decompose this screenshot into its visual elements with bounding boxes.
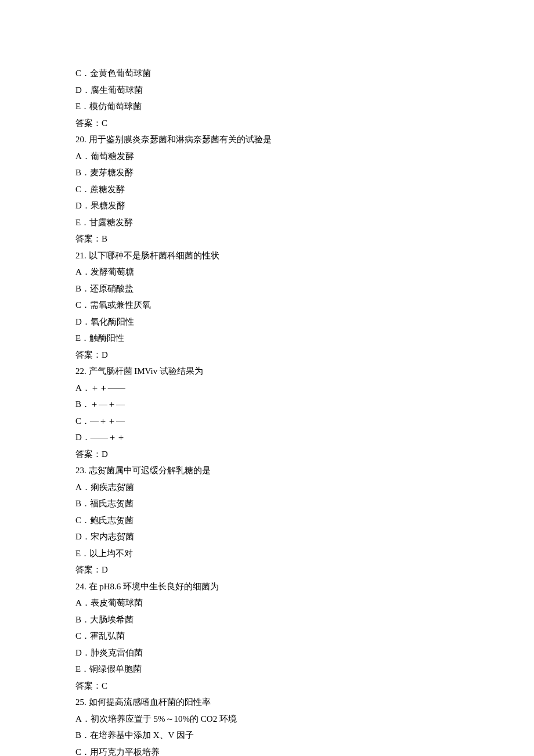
text-line: E．模仿葡萄球菌 bbox=[75, 98, 459, 115]
document-page: C．金黄色葡萄球菌 D．腐生葡萄球菌 E．模仿葡萄球菌 答案：C 20. 用于鉴… bbox=[0, 0, 534, 756]
text-line: B．在培养基中添加 X、V 因子 bbox=[75, 727, 459, 744]
question-line: 20. 用于鉴别膜炎奈瑟菌和淋病奈瑟菌有关的试验是 bbox=[75, 131, 459, 148]
text-line: C．用巧克力平板培养 bbox=[75, 744, 459, 757]
text-line: D．氧化酶阳性 bbox=[75, 314, 459, 330]
text-line: D．――＋＋ bbox=[75, 429, 459, 446]
text-line: A．痢疾志贺菌 bbox=[75, 479, 459, 496]
answer-line: 答案：C bbox=[75, 678, 459, 694]
text-line: A．葡萄糖发酵 bbox=[75, 148, 459, 165]
question-line: 24. 在 pH8.6 环境中生长良好的细菌为 bbox=[75, 578, 459, 595]
text-line: E．铜绿假单胞菌 bbox=[75, 661, 459, 678]
text-line: A．＋＋―― bbox=[75, 380, 459, 397]
question-line: 21. 以下哪种不是肠杆菌科细菌的性状 bbox=[75, 247, 459, 264]
question-line: 25. 如何提高流感嗜血杆菌的阳性率 bbox=[75, 694, 459, 711]
text-line: D．宋内志贺菌 bbox=[75, 528, 459, 545]
answer-line: 答案：B bbox=[75, 231, 459, 247]
text-line: A．发酵葡萄糖 bbox=[75, 264, 459, 280]
text-line: E．触酶阳性 bbox=[75, 330, 459, 347]
text-line: C．―＋＋― bbox=[75, 413, 459, 430]
text-line: C．蔗糖发酵 bbox=[75, 181, 459, 198]
question-line: 22. 产气肠杆菌 IMViv 试验结果为 bbox=[75, 363, 459, 380]
text-line: D．果糖发酵 bbox=[75, 197, 459, 214]
text-line: B．大肠埃希菌 bbox=[75, 611, 459, 628]
question-line: 23. 志贺菌属中可迟缓分解乳糖的是 bbox=[75, 462, 459, 479]
text-line: D．腐生葡萄球菌 bbox=[75, 82, 459, 99]
answer-line: 答案：D bbox=[75, 347, 459, 363]
text-line: C．霍乱弘菌 bbox=[75, 628, 459, 645]
text-line: B．＋―＋― bbox=[75, 396, 459, 413]
text-line: A．初次培养应置于 5%～10%的 CO2 环境 bbox=[75, 711, 459, 728]
answer-line: 答案：D bbox=[75, 561, 459, 578]
text-line: C．金黄色葡萄球菌 bbox=[75, 65, 459, 82]
text-line: B．麦芽糖发酵 bbox=[75, 164, 459, 181]
text-line: E．甘露糖发酵 bbox=[75, 214, 459, 231]
text-line: C．需氧或兼性厌氧 bbox=[75, 297, 459, 314]
text-line: B．福氏志贺菌 bbox=[75, 495, 459, 512]
text-line: B．还原硝酸盐 bbox=[75, 280, 459, 297]
text-line: E．以上均不对 bbox=[75, 545, 459, 562]
text-line: D．肺炎克雷伯菌 bbox=[75, 645, 459, 661]
text-line: A．表皮葡萄球菌 bbox=[75, 595, 459, 611]
answer-line: 答案：C bbox=[75, 115, 459, 132]
answer-line: 答案：D bbox=[75, 446, 459, 463]
text-line: C．鲍氏志贺菌 bbox=[75, 512, 459, 529]
